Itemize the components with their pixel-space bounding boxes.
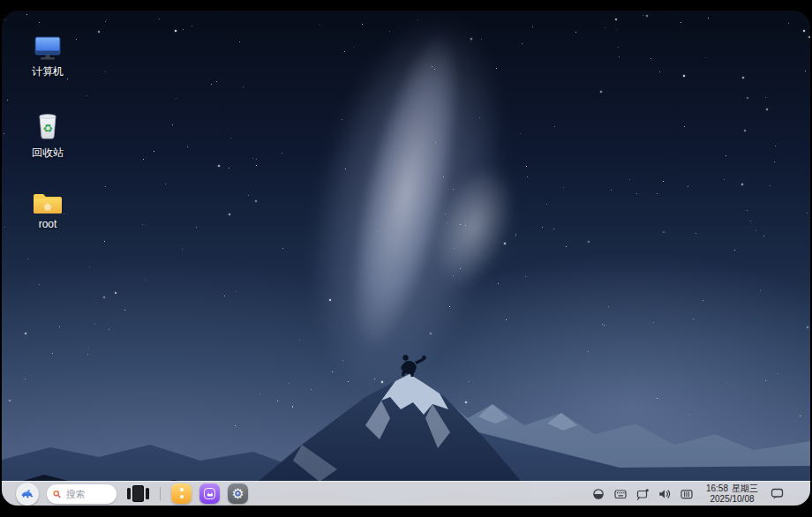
- desktop-icon-label: root: [16, 218, 79, 230]
- control-center-icon: [236, 491, 240, 496]
- recycle-symbol: [32, 120, 64, 136]
- app-store-button[interactable]: [199, 483, 220, 504]
- uos-ai-icon: [180, 488, 184, 491]
- input-method-icon: [614, 488, 627, 500]
- taskbar-divider: [160, 487, 161, 500]
- person-on-peak: [401, 355, 426, 377]
- control-center-button[interactable]: [228, 483, 248, 504]
- recycle-bin-icon: [16, 111, 79, 143]
- theme-mode-icon: [592, 488, 605, 500]
- tray-expand-button[interactable]: [680, 486, 694, 502]
- clock-weekday: 星期三: [732, 483, 758, 494]
- screen-cast-icon: [636, 488, 649, 500]
- launcher-icon: [20, 486, 35, 501]
- desktop-screen: 计算机 回收站: [2, 11, 810, 506]
- desktop-icon-label: 计算机: [16, 64, 79, 79]
- notification-center-button[interactable]: [770, 486, 784, 502]
- taskbar-clock[interactable]: 16:58 星期三 2025/10/08: [706, 483, 758, 504]
- tray-expand-icon: [680, 488, 693, 500]
- desktop-icon-label: 回收站: [16, 146, 79, 161]
- clock-date: 2025/10/08: [710, 494, 754, 505]
- search-input[interactable]: [64, 488, 109, 500]
- volume-icon: [658, 488, 671, 500]
- mountain-silhouette: [2, 11, 810, 506]
- clock-time: 16:58: [706, 483, 728, 494]
- screen-cast-button[interactable]: [635, 486, 650, 502]
- task-view-button[interactable]: [127, 485, 149, 502]
- search-icon: [53, 489, 61, 499]
- desktop-icon-computer[interactable]: 计算机: [16, 35, 79, 79]
- search-box[interactable]: [47, 484, 117, 504]
- folder-icon: [16, 189, 79, 215]
- taskbar: 16:58 星期三 2025/10/08: [2, 481, 810, 506]
- desktop-icon-recycle-bin[interactable]: 回收站: [16, 111, 79, 161]
- task-view-icon: [127, 488, 131, 499]
- uos-ai-button[interactable]: [171, 483, 192, 504]
- launcher-button[interactable]: [16, 483, 39, 506]
- input-method-button[interactable]: [613, 486, 628, 502]
- wallpaper: [2, 11, 810, 506]
- notification-center-icon: [771, 487, 784, 500]
- desktop-icon-root-folder[interactable]: root: [16, 189, 79, 230]
- theme-mode-button[interactable]: [591, 486, 605, 502]
- app-store-icon: [204, 488, 215, 499]
- volume-button[interactable]: [658, 486, 672, 502]
- computer-icon: [16, 35, 79, 62]
